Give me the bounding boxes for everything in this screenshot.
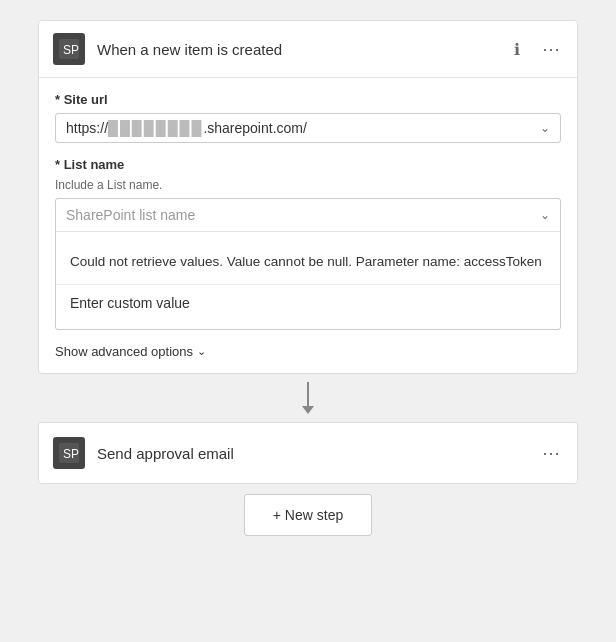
site-url-label: * Site url [55, 92, 561, 107]
more-icon: ⋯ [542, 38, 561, 60]
list-name-dropdown-content: Could not retrieve values. Value cannot … [56, 232, 560, 329]
arrow-head-icon [302, 406, 314, 414]
list-name-hint: Include a List name. [55, 178, 561, 192]
trigger-icon: SP [53, 33, 85, 65]
list-name-section: * List name Include a List name. SharePo… [55, 157, 561, 330]
site-url-arrow-icon: ⌄ [540, 121, 550, 135]
info-button[interactable]: ℹ [505, 37, 529, 61]
new-step-label: + New step [273, 507, 343, 523]
more-options-button[interactable]: ⋯ [539, 37, 563, 61]
trigger-card-header: SP When a new item is created ℹ ⋯ [39, 21, 577, 78]
enter-custom-value-item[interactable]: Enter custom value [56, 285, 560, 321]
list-name-dropdown: SharePoint list name ⌄ Could not retriev… [55, 198, 561, 330]
approval-title: Send approval email [97, 445, 539, 462]
svg-text:SP: SP [63, 447, 79, 461]
approval-more-icon: ⋯ [542, 442, 561, 464]
connector-arrow [302, 374, 314, 422]
list-name-arrow-icon: ⌄ [540, 208, 550, 222]
error-message: Could not retrieve values. Value cannot … [56, 240, 560, 285]
arrow-line [307, 382, 309, 406]
site-url-value: https://████████.sharepoint.com/ [66, 120, 307, 136]
site-url-section: * Site url https://████████.sharepoint.c… [55, 92, 561, 143]
show-advanced-chevron-icon: ⌄ [197, 345, 206, 358]
trigger-card-body: * Site url https://████████.sharepoint.c… [39, 78, 577, 373]
site-url-mask: ████████ [108, 120, 203, 136]
list-name-placeholder: SharePoint list name [66, 207, 195, 223]
approval-card-header: SP Send approval email ⋯ [39, 423, 577, 483]
list-name-label: * List name [55, 157, 561, 172]
list-name-dropdown-header[interactable]: SharePoint list name ⌄ [56, 199, 560, 232]
approval-more-options-button[interactable]: ⋯ [539, 441, 563, 465]
show-advanced-label: Show advanced options [55, 344, 193, 359]
trigger-actions: ℹ ⋯ [505, 37, 563, 61]
svg-text:SP: SP [63, 43, 79, 57]
trigger-title: When a new item is created [97, 41, 505, 58]
info-icon: ℹ [514, 40, 520, 59]
site-url-dropdown[interactable]: https://████████.sharepoint.com/ ⌄ [55, 113, 561, 143]
trigger-card: SP When a new item is created ℹ ⋯ * Site… [38, 20, 578, 374]
approval-card: SP Send approval email ⋯ [38, 422, 578, 484]
show-advanced-button[interactable]: Show advanced options ⌄ [55, 344, 206, 359]
approval-icon: SP [53, 437, 85, 469]
new-step-button[interactable]: + New step [244, 494, 372, 536]
approval-actions: ⋯ [539, 441, 563, 465]
flow-canvas: SP When a new item is created ℹ ⋯ * Site… [38, 20, 578, 536]
